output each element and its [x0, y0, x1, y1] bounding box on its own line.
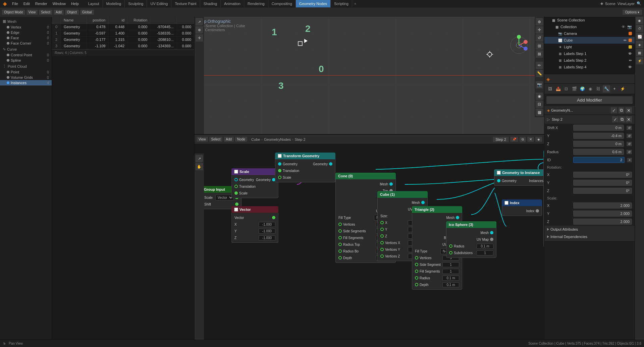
prop-radius-reset[interactable]: ↺ — [627, 150, 632, 154]
tab-shading[interactable]: Shading — [200, 0, 221, 7]
add-modifier-button[interactable]: Add Modifier — [546, 96, 633, 104]
node-ico-sphere[interactable]: Ico Sphere (3) Mesh UV Map — [446, 221, 496, 258]
vp-cursor-tool[interactable]: ⊕ — [196, 26, 203, 34]
far-right-timeline-icon[interactable]: ⏱ — [636, 25, 643, 32]
ne-pin-button[interactable]: 📌 — [510, 137, 518, 142]
far-right-spreadsheet-icon[interactable]: ▦ — [636, 49, 643, 56]
prop-modifier-icon[interactable]: 🔧 — [603, 85, 610, 93]
ne-copy-button[interactable]: ⧉ — [520, 137, 526, 142]
prop-constraint-icon[interactable]: ⛓ — [595, 85, 602, 93]
sidebar-vertex[interactable]: Vertex 0 — [0, 24, 52, 30]
sidebar-face[interactable]: Face 0 — [0, 35, 52, 41]
outliner-eye-icon[interactable]: 👁 — [622, 25, 625, 29]
node-geometry-to-instance[interactable]: Geometry to Instance Geometry Instances — [494, 169, 544, 186]
tab-geometry-nodes[interactable]: Geometry Nodes — [296, 0, 331, 7]
ne-close-button[interactable]: ✕ — [527, 137, 534, 142]
sidebar-point[interactable]: Point 0 — [0, 69, 52, 75]
prop-scene-icon[interactable]: 🎬 — [571, 85, 578, 93]
vp-tool-overlay[interactable]: ⊟ — [536, 101, 543, 108]
vp-tool-annotate[interactable]: ✏ — [536, 62, 543, 69]
vp-tool-rotate[interactable]: ↺ — [536, 34, 543, 42]
vp-tool-transform[interactable]: ⊠ — [536, 50, 543, 58]
vp-tool-measure[interactable]: 📏 — [536, 70, 543, 77]
vp-tool-render[interactable]: ◉ — [536, 93, 543, 100]
modifier-close-button[interactable]: ✕ — [626, 107, 632, 113]
internal-dependencies-header[interactable]: Internal Dependencies — [544, 233, 635, 240]
vp-tool-camera[interactable]: 📷 — [536, 81, 543, 89]
outliner-labels-4[interactable]: ⊞ Labels.Step 4 👁 — [544, 64, 635, 70]
add-workspace-button[interactable]: + — [352, 2, 358, 6]
vp-move-tool[interactable]: ✛ — [196, 34, 203, 42]
prop-rot-z-value[interactable]: 0° — [573, 188, 632, 194]
prop-particles-icon[interactable]: ✦ — [611, 85, 618, 93]
prop-radius-value[interactable]: 0.6 m — [573, 149, 624, 155]
scale-enable-checkbox[interactable] — [234, 170, 238, 174]
node-vector[interactable]: Vector Vector X Y — [231, 206, 278, 243]
vector-z-input[interactable] — [259, 235, 275, 240]
ne-navigate-button[interactable]: ◈ — [535, 137, 542, 142]
outliner-labels1-eye[interactable]: 👁 — [628, 52, 632, 56]
viewport-options-button[interactable]: Options ▾ — [623, 10, 642, 15]
view-layer-selector[interactable]: ViewLayer — [618, 2, 635, 6]
engine-selector[interactable]: ◈ — [600, 1, 603, 6]
outliner-collection[interactable]: ▦ Collection 👁 📷 — [544, 23, 635, 30]
prop-rot-y-value[interactable]: 0° — [573, 180, 632, 186]
menu-file[interactable]: File — [9, 0, 21, 7]
ico-sub-input[interactable] — [477, 250, 493, 255]
ne-add-button[interactable]: Add — [224, 137, 234, 142]
vector-x-input[interactable] — [259, 222, 275, 227]
sidebar-face-corner[interactable]: Face Corner 0 — [0, 41, 52, 46]
sidebar-volume-grids[interactable]: Volume Grids 0 — [0, 75, 52, 80]
vp-tool-grid[interactable]: ▦ — [536, 109, 543, 116]
tri-fill-seg-input[interactable] — [442, 269, 459, 274]
viewport-view-button[interactable]: View — [26, 10, 38, 15]
vp-tool-cursor[interactable]: ⊕ — [536, 18, 543, 25]
vector-enable-checkbox[interactable] — [234, 208, 238, 212]
tab-sculpting[interactable]: Sculpting — [125, 0, 147, 7]
outliner-cube[interactable]: ⬜ Cube ✏ — [544, 37, 635, 44]
col-header-position[interactable]: position — [87, 17, 108, 24]
outliner-camera[interactable]: 📷 Camera — [544, 30, 635, 37]
prop-scale-y-value[interactable]: 2.000 — [573, 211, 632, 217]
menu-window[interactable]: Window — [50, 0, 68, 7]
gti-enable-checkbox[interactable] — [497, 171, 501, 175]
outliner-camera-icon[interactable]: 📷 — [627, 25, 632, 29]
tab-layout[interactable]: Layout — [85, 0, 103, 7]
menu-edit[interactable]: Edit — [21, 0, 33, 7]
viewport-global-button[interactable]: Global — [80, 10, 94, 15]
prop-scale-z-value[interactable]: 2.000 — [573, 219, 632, 225]
tab-modeling[interactable]: Modeling — [103, 0, 125, 7]
viewport-add-button[interactable]: Add — [54, 10, 64, 15]
prop-shift-z-reset[interactable]: ↺ — [627, 142, 632, 146]
modifier-copy-button[interactable]: ⧉ — [619, 107, 624, 113]
modifier-step-copy[interactable]: ⧉ — [619, 116, 625, 122]
prop-output-icon[interactable]: 📤 — [554, 85, 562, 93]
scene-selector[interactable]: Scene — [605, 2, 615, 6]
output-attributes-header[interactable]: Output Attributes — [544, 226, 635, 233]
node-index[interactable]: Index Index — [502, 199, 542, 216]
tab-scripting[interactable]: Scripting — [331, 0, 352, 7]
far-right-properties-icon[interactable]: ◉ — [636, 17, 643, 24]
prop-shift-y-value[interactable]: -0.4 m — [573, 133, 624, 139]
tri-rad-input[interactable] — [442, 276, 459, 281]
sidebar-spline[interactable]: Spline 0 — [0, 58, 52, 63]
sidebar-mesh[interactable]: ▦ Mesh — [0, 18, 52, 24]
viewport-select-button[interactable]: Select — [39, 10, 52, 15]
index-enable-checkbox[interactable] — [504, 201, 508, 205]
modifier-check-button[interactable]: ✓ — [611, 107, 617, 113]
prop-rot-x-value[interactable]: 0° — [573, 172, 632, 178]
prop-shift-z-value[interactable]: 0 m — [573, 141, 624, 147]
sidebar-edge[interactable]: Edge 0 — [0, 30, 52, 35]
outliner-labels-1[interactable]: ⊞ Labels Step 1 👁 — [544, 50, 635, 57]
sidebar-control-point[interactable]: Control Point 0 — [0, 52, 52, 58]
tab-animation[interactable]: Animation — [221, 0, 244, 7]
far-right-graph-icon[interactable]: 📈 — [636, 33, 643, 40]
col-header-rotation[interactable]: Rotation — [127, 17, 150, 24]
col-header-id[interactable]: id — [108, 17, 127, 24]
transform-enable-checkbox[interactable] — [278, 154, 282, 158]
ne-select-button[interactable]: Select — [209, 137, 223, 142]
outliner-light[interactable]: ☀ Light — [544, 44, 635, 50]
prop-shift-y-reset[interactable]: ↺ — [627, 134, 632, 138]
modifier-step-check[interactable]: ✓ — [612, 116, 619, 122]
breadcrumb-cube[interactable]: Cube — [251, 137, 260, 141]
